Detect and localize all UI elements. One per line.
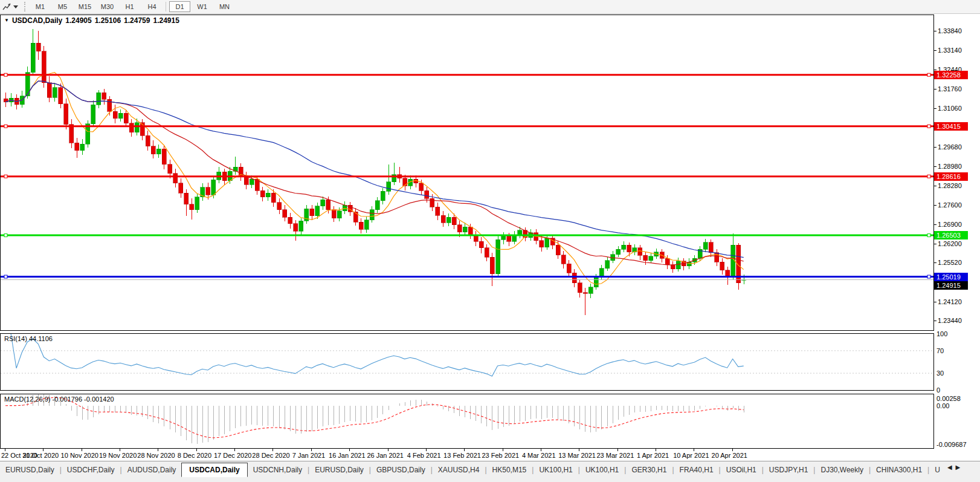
- candle: [490, 257, 494, 274]
- candle: [118, 113, 123, 118]
- date-label: 13 Feb 2021: [443, 452, 481, 459]
- timeframe-button-m30[interactable]: M30: [97, 1, 118, 12]
- date-tick-mark: [388, 449, 388, 451]
- axis-tick-mark: [934, 302, 936, 302]
- timeframe-button-h1[interactable]: H1: [119, 1, 140, 12]
- tab-scroll-right-icon[interactable]: ▶: [954, 461, 962, 473]
- candle: [260, 191, 265, 197]
- tab-eurusd-daily[interactable]: EURUSD,Daily: [0, 464, 60, 476]
- candle: [561, 255, 566, 264]
- candle: [419, 183, 424, 191]
- axis-tick-mark: [934, 205, 936, 206]
- tab-usdcnh-daily[interactable]: USDCNH,Daily: [248, 464, 308, 476]
- candle: [468, 227, 472, 235]
- tab-usdcad-daily[interactable]: USDCAD,Daily: [181, 463, 247, 477]
- main-chart-panel[interactable]: ▼ USDCAD,Daily 1.24905 1.25106 1.24759 1…: [0, 15, 934, 331]
- candle: [69, 125, 74, 143]
- candle: [436, 207, 440, 215]
- candle: [731, 245, 735, 277]
- tab-hk50-m15[interactable]: HK50,M15: [487, 464, 532, 476]
- date-label: 7 Jan 2021: [292, 452, 325, 459]
- tab-fra40-h1[interactable]: FRA40,H1: [674, 464, 719, 476]
- date-label: 10 Apr 2021: [673, 452, 709, 459]
- toolbar-grip[interactable]: [24, 2, 25, 11]
- candle: [665, 258, 669, 265]
- symbol-dropdown-icon[interactable]: ▼: [4, 18, 9, 23]
- candle: [676, 261, 680, 269]
- tab-china300-h1[interactable]: CHINA300,H1: [871, 464, 927, 476]
- date-label: 8 Dec 2020: [178, 452, 211, 459]
- tab-usoil-h1[interactable]: USOil,H1: [721, 464, 762, 476]
- chart-toolbar: M1M5M15M30H1H4D1W1MN: [0, 0, 980, 14]
- candle: [271, 193, 276, 203]
- rsi-panel[interactable]: RSI(14) 44.1106: [0, 333, 934, 391]
- date-axis[interactable]: 22 Oct 202031 Oct 202010 Nov 202019 Nov …: [0, 449, 934, 461]
- candle: [709, 243, 713, 253]
- timeframe-button-m5[interactable]: M5: [52, 1, 73, 12]
- tab-ger30-h1[interactable]: GER30,H1: [626, 464, 672, 476]
- chevron-down-icon[interactable]: [13, 5, 18, 8]
- date-tick-mark: [579, 449, 579, 451]
- candle: [42, 51, 46, 83]
- date-tick-mark: [732, 449, 733, 451]
- date-tick-mark: [503, 449, 503, 451]
- date-label: 17 Dec 2020: [214, 452, 251, 459]
- price-tick-label: 1.27600: [938, 201, 962, 209]
- date-tick-mark: [617, 449, 618, 451]
- price-badge-1.28616: 1.28616: [934, 172, 968, 181]
- rsi-axis-label-70: 70: [936, 347, 944, 354]
- candle: [594, 277, 598, 287]
- timeframe-button-m15[interactable]: M15: [74, 1, 95, 12]
- ohlc-low: 1.24759: [124, 16, 150, 25]
- tab-scroll-left-icon[interactable]: ◀: [946, 461, 954, 473]
- tab-gbpusd-daily[interactable]: GBPUSD,Daily: [371, 464, 431, 476]
- date-tick-mark: [120, 449, 120, 451]
- candle: [156, 149, 161, 154]
- timeframe-button-w1[interactable]: W1: [192, 1, 213, 12]
- tab-usdchf-daily[interactable]: USDCHF,Daily: [62, 464, 120, 476]
- candle: [715, 253, 719, 262]
- tab-uk100-h1[interactable]: UK100,H1: [534, 464, 578, 476]
- timeframe-button-m1[interactable]: M1: [30, 1, 51, 12]
- rsi-axis-label-30: 30: [936, 370, 944, 377]
- timeframe-button-d1[interactable]: D1: [169, 1, 190, 12]
- candle: [441, 215, 445, 223]
- macd-panel[interactable]: MACD(12,26,9) -0.001796 -0.001420: [0, 394, 934, 449]
- ma-mid-line: [5, 81, 744, 265]
- date-label: 23 Feb 2021: [482, 452, 519, 459]
- macd-signal-line: [5, 397, 744, 438]
- candle: [638, 248, 642, 255]
- date-label: 28 Nov 2020: [137, 452, 175, 459]
- tab-u[interactable]: U: [929, 464, 946, 476]
- chart-cursor-icon[interactable]: [2, 2, 13, 11]
- ohlc-high: 1.25106: [95, 16, 121, 25]
- price-tick-label: 1.23440: [938, 317, 962, 324]
- tab-uk100-h1[interactable]: UK100,H1: [580, 464, 624, 476]
- candlestick-chart[interactable]: [1, 15, 933, 330]
- candle: [151, 146, 155, 154]
- candle: [310, 209, 314, 216]
- resistance-line-1.32258[interactable]: [1, 73, 933, 76]
- support-line-1.26503[interactable]: [1, 234, 933, 237]
- support-line-1.25019[interactable]: [1, 275, 933, 278]
- timeframe-button-mn[interactable]: MN: [214, 1, 235, 12]
- candle: [80, 144, 85, 151]
- candle: [162, 149, 166, 164]
- date-tick-mark: [311, 449, 312, 451]
- tab-xauusd-h4[interactable]: XAUUSD,H4: [433, 464, 485, 476]
- candle: [129, 123, 134, 132]
- date-label: 19 Nov 2020: [99, 452, 137, 459]
- candle: [266, 193, 270, 197]
- ma-slow-line: [5, 81, 744, 258]
- date-label: 31 Oct 2020: [22, 452, 59, 459]
- tab-audusd-daily[interactable]: AUDUSD,Daily: [122, 464, 182, 476]
- resistance-line-1.28616[interactable]: [1, 175, 933, 178]
- tab-usdjpy-h1[interactable]: USDJPY,H1: [764, 464, 813, 476]
- timeframe-button-h4[interactable]: H4: [141, 1, 163, 12]
- tab-dj30-weekly[interactable]: DJ30,Weekly: [815, 464, 868, 476]
- date-label: 16 Jan 2021: [329, 452, 366, 459]
- tab-eurusd-daily[interactable]: EURUSD,Daily: [309, 464, 369, 476]
- candle: [124, 113, 128, 123]
- date-tick-mark: [272, 449, 273, 451]
- candle: [649, 256, 653, 261]
